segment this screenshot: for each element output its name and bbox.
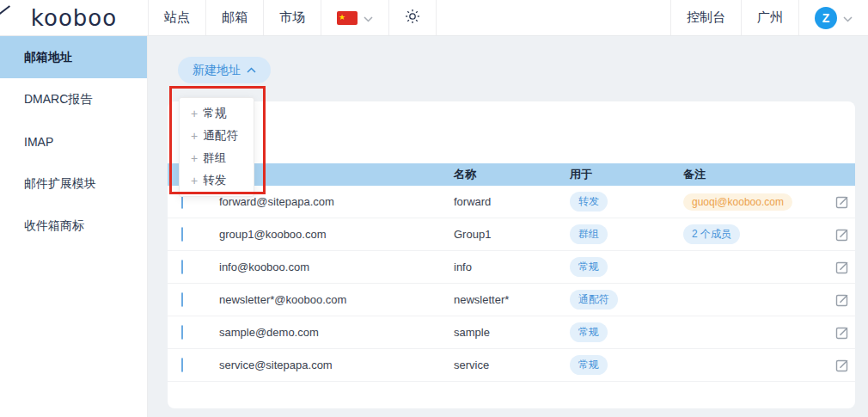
language-selector[interactable]: ★ xyxy=(321,0,388,35)
table-row: forward@sitepapa.com forward 转发 guoqi@ko… xyxy=(168,186,855,218)
edit-button[interactable] xyxy=(835,261,849,274)
dropdown-item[interactable]: + 群组 xyxy=(180,147,254,169)
address-cell: service@sitepapa.com xyxy=(219,359,454,371)
sidebar-item[interactable]: 邮件扩展模块 xyxy=(0,163,147,205)
plus-icon: + xyxy=(191,107,198,120)
china-flag-icon: ★ xyxy=(337,11,358,25)
address-cell: sample@demo.com xyxy=(219,326,454,339)
edit-button[interactable] xyxy=(835,326,849,340)
edit-icon xyxy=(835,261,849,274)
name-cell: info xyxy=(454,261,570,273)
top-nav-item[interactable]: 邮箱 xyxy=(205,0,263,35)
address-cell: group1@kooboo.com xyxy=(219,228,454,241)
dropdown-item[interactable]: + 通配符 xyxy=(180,125,254,147)
name-cell: newsletter* xyxy=(454,293,570,306)
used-for-badge: 群组 xyxy=(570,224,608,244)
name-cell: forward xyxy=(454,195,570,208)
row-checkbox[interactable] xyxy=(181,260,183,274)
top-nav-item[interactable]: 市场 xyxy=(263,0,321,35)
name-cell: service xyxy=(454,359,570,371)
sidebar-item[interactable]: DMARC报告 xyxy=(0,78,147,120)
new-address-dropdown: + 常规 + 通配符 + 群组 + 转发 xyxy=(179,97,254,197)
table-row: group1@kooboo.com Group1 群组 2 个成员 xyxy=(168,218,855,251)
used-for-badge: 常规 xyxy=(570,355,608,375)
user-avatar[interactable]: Z xyxy=(815,7,837,29)
row-checkbox[interactable] xyxy=(181,325,183,340)
sun-icon xyxy=(405,9,420,27)
edit-icon xyxy=(835,195,849,209)
plus-icon: + xyxy=(191,174,198,187)
plus-icon: + xyxy=(191,151,198,165)
top-nav: 站点邮箱市场 xyxy=(148,0,321,35)
table-row: sample@demo.com sample 常规 xyxy=(168,316,855,349)
header-name: 名称 xyxy=(454,167,570,182)
sidebar-item[interactable]: 收件箱商标 xyxy=(0,205,147,247)
table-header-row: 名称 用于 备注 xyxy=(168,163,855,186)
edit-button[interactable] xyxy=(835,195,849,209)
table-row: service@sitepapa.com service 常规 xyxy=(168,349,855,382)
edit-icon xyxy=(835,293,849,307)
logo-slash-decoration xyxy=(0,5,10,20)
main-content: 名称 用于 备注 forward@sitepapa.com forward 转发… xyxy=(148,36,868,417)
edit-button[interactable] xyxy=(835,293,849,307)
address-cell: forward@sitepapa.com xyxy=(219,195,454,208)
header-remark: 备注 xyxy=(683,167,810,182)
console-link[interactable]: 控制台 xyxy=(670,0,741,35)
edit-button[interactable] xyxy=(835,228,849,242)
topbar: kooboo 站点邮箱市场 ★ 控制台 广州 Z xyxy=(0,0,868,36)
dropdown-item[interactable]: + 常规 xyxy=(180,102,254,125)
row-checkbox[interactable] xyxy=(181,227,183,242)
sidebar: 邮箱地址DMARC报告IMAP邮件扩展模块收件箱商标 xyxy=(0,36,148,417)
user-menu[interactable]: Z xyxy=(798,0,868,35)
row-checkbox[interactable] xyxy=(181,292,183,307)
address-table-card: 名称 用于 备注 forward@sitepapa.com forward 转发… xyxy=(168,101,855,408)
edit-icon xyxy=(835,326,849,340)
theme-toggle-button[interactable] xyxy=(388,0,436,35)
address-cell: info@kooboo.com xyxy=(219,261,454,273)
edit-icon xyxy=(835,228,849,242)
plus-icon: + xyxy=(191,129,198,143)
sidebar-item[interactable]: 邮箱地址 xyxy=(0,36,147,78)
row-checkbox[interactable] xyxy=(181,358,183,372)
name-cell: Group1 xyxy=(454,228,570,241)
topbar-spacer xyxy=(436,0,670,35)
used-for-badge: 通配符 xyxy=(570,290,618,310)
remark-badge: 2 个成员 xyxy=(683,224,740,244)
dropdown-item[interactable]: + 转发 xyxy=(180,169,254,192)
region-selector[interactable]: 广州 xyxy=(741,0,798,35)
used-for-badge: 转发 xyxy=(570,192,608,212)
header-used-for: 用于 xyxy=(570,167,683,182)
chevron-down-icon xyxy=(843,10,853,25)
logo[interactable]: kooboo xyxy=(0,0,148,35)
used-for-badge: 常规 xyxy=(570,257,608,277)
sidebar-item[interactable]: IMAP xyxy=(0,120,147,163)
table-row: info@kooboo.com info 常规 xyxy=(168,251,855,284)
table-body: forward@sitepapa.com forward 转发 guoqi@ko… xyxy=(168,186,855,382)
used-for-badge: 常规 xyxy=(570,322,608,342)
chevron-up-icon xyxy=(247,67,256,73)
edit-icon xyxy=(835,359,849,372)
edit-button[interactable] xyxy=(835,359,849,372)
table-row: newsletter*@kooboo.com newsletter* 通配符 xyxy=(168,284,855,316)
new-address-button[interactable]: 新建地址 xyxy=(178,57,271,83)
top-nav-item[interactable]: 站点 xyxy=(148,0,205,35)
chevron-down-icon xyxy=(364,10,373,25)
address-cell: newsletter*@kooboo.com xyxy=(219,293,454,306)
name-cell: sample xyxy=(454,326,570,339)
logo-text: kooboo xyxy=(31,7,117,29)
remark-badge: guoqi@kooboo.com xyxy=(683,193,792,211)
